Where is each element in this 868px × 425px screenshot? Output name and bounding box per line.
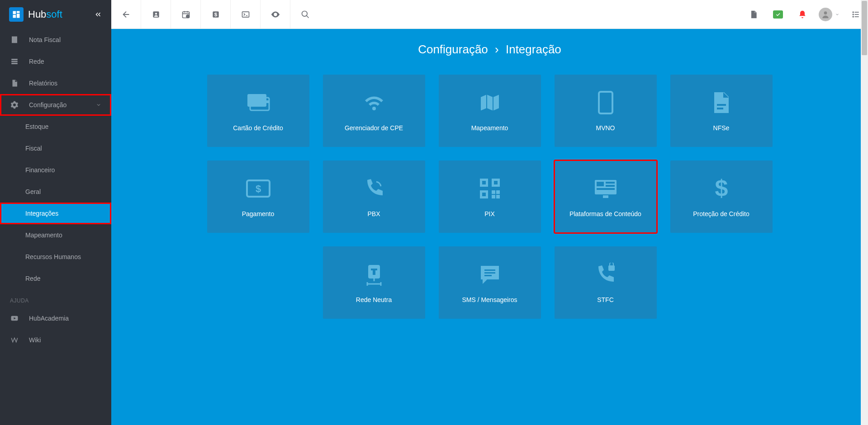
svg-rect-44 <box>373 269 375 275</box>
svg-rect-19 <box>250 100 269 103</box>
svg-rect-28 <box>492 190 495 194</box>
tile-pix[interactable]: PIX <box>439 161 541 233</box>
svg-point-12 <box>302 11 308 16</box>
sidebar-item-relatorios[interactable]: Relatórios <box>0 72 111 94</box>
tile-pagamento[interactable]: $ Pagamento <box>207 161 309 233</box>
network-icon <box>10 57 19 66</box>
sidebar-sub-financeiro[interactable]: Financeiro <box>0 159 111 181</box>
sidebar-nav: Nota Fiscal Rede Relatórios Configuração… <box>0 29 111 425</box>
tile-mapeamento[interactable]: Mapeamento <box>439 75 541 147</box>
topbar-status-button[interactable] <box>766 0 790 29</box>
avatar-icon <box>819 8 832 21</box>
svg-rect-32 <box>482 181 486 184</box>
file-icon <box>10 79 19 87</box>
svg-text:$: $ <box>214 11 217 17</box>
topbar-user-menu[interactable] <box>815 0 844 29</box>
sidebar-item-rede[interactable]: Rede <box>0 51 111 72</box>
sidebar-item-label: Relatórios <box>29 80 57 87</box>
tile-plataformas-conteudo[interactable]: Plataformas de Conteúdo <box>555 161 657 233</box>
sidebar-sub-rede[interactable]: Rede <box>0 268 111 289</box>
svg-text:$: $ <box>715 176 728 201</box>
sidebar-sub-estoque[interactable]: Estoque <box>0 116 111 137</box>
topbar-pdf-button[interactable] <box>741 0 766 29</box>
server-icon <box>363 262 385 287</box>
tile-gerenciador-cpe[interactable]: Gerenciador de CPE <box>323 75 425 147</box>
tile-rede-neutra[interactable]: Rede Neutra <box>323 246 425 319</box>
logo-bar: Hubsoft <box>0 0 111 29</box>
tile-stfc[interactable]: STFC <box>555 246 657 319</box>
topbar-notifications-button[interactable] <box>790 0 815 29</box>
sidebar-sub-mapeamento[interactable]: Mapeamento <box>0 224 111 246</box>
svg-rect-2 <box>11 63 18 64</box>
receipt-icon <box>10 36 19 44</box>
check-badge-icon <box>773 10 783 19</box>
sidebar-item-label: Rede <box>29 58 44 65</box>
sidebar-sub-integracoes[interactable]: Integrações <box>0 203 111 224</box>
call-icon <box>363 176 385 201</box>
svg-rect-20 <box>599 92 612 113</box>
svg-rect-37 <box>597 182 604 186</box>
svg-rect-38 <box>606 182 615 184</box>
wifi-icon <box>360 90 388 115</box>
qr-icon <box>478 176 502 201</box>
tile-sms-mensageiros[interactable]: SMS / Mensageiros <box>439 246 541 319</box>
phone-icon <box>597 90 614 115</box>
svg-point-7 <box>186 14 189 18</box>
tile-pbx[interactable]: PBX <box>323 161 425 233</box>
payment-icon: $ <box>245 176 271 201</box>
svg-rect-39 <box>606 185 615 187</box>
svg-text:$: $ <box>255 183 261 194</box>
tile-nfse[interactable]: NFSe <box>670 75 773 147</box>
tile-grid: Cartão de Crédito Gerenciador de CPE Map… <box>207 75 773 319</box>
logo-icon <box>9 7 24 22</box>
sidebar-sub-geral[interactable]: Geral <box>0 181 111 203</box>
sidebar-section-ajuda: AJUDA <box>0 289 111 307</box>
tile-cartao-de-credito[interactable]: Cartão de Crédito <box>207 75 309 147</box>
svg-point-5 <box>155 13 157 14</box>
sidebar-item-hubacademia[interactable]: HubAcademia <box>0 307 111 329</box>
tile-mvno[interactable]: MVNO <box>555 75 657 147</box>
sidebar-item-configuracao[interactable]: Configuração <box>0 94 111 116</box>
svg-rect-48 <box>608 265 615 271</box>
svg-rect-29 <box>496 195 500 198</box>
topbar-search-button[interactable] <box>290 0 320 29</box>
sidebar-item-wiki[interactable]: Wiki <box>0 329 111 351</box>
dollar-icon: $ <box>713 176 730 201</box>
svg-rect-21 <box>717 104 726 106</box>
map-icon <box>478 90 502 115</box>
doc-icon <box>711 90 731 115</box>
breadcrumb: Configuração › Integração <box>129 42 850 57</box>
svg-rect-31 <box>496 190 500 194</box>
svg-rect-0 <box>11 59 18 60</box>
topbar-calendar-button[interactable] <box>171 0 201 29</box>
svg-rect-34 <box>482 193 486 196</box>
topbar-right <box>741 0 868 29</box>
sidebar-collapse-button[interactable] <box>94 10 102 19</box>
tile-protecao-credito[interactable]: $ Proteção de Crédito <box>670 161 773 233</box>
scrollbar-thumb[interactable] <box>862 1 867 55</box>
topbar-terminal-button[interactable] <box>231 0 261 29</box>
main: $ Configuração › Integração <box>111 0 868 425</box>
phone-lock-icon <box>594 262 617 287</box>
svg-rect-46 <box>484 272 495 274</box>
svg-point-16 <box>853 16 854 17</box>
svg-rect-47 <box>484 275 492 276</box>
back-button[interactable] <box>111 0 141 29</box>
svg-rect-33 <box>494 181 498 184</box>
sidebar-sub-recursos-humanos[interactable]: Recursos Humanos <box>0 246 111 268</box>
sidebar-item-nota-fiscal[interactable]: Nota Fiscal <box>0 29 111 51</box>
sidebar-item-label: HubAcademia <box>29 315 69 322</box>
wiki-icon <box>10 336 19 344</box>
topbar-eye-button[interactable] <box>261 0 290 29</box>
chat-icon <box>478 262 502 287</box>
topbar-person-button[interactable] <box>141 0 171 29</box>
content-area: Configuração › Integração Cartão de Créd… <box>111 29 868 425</box>
sidebar-item-label: Wiki <box>29 336 41 344</box>
credit-card-icon <box>245 90 272 115</box>
sidebar-sub-fiscal[interactable]: Fiscal <box>0 137 111 159</box>
svg-point-14 <box>853 12 854 13</box>
topbar-money-button[interactable]: $ <box>201 0 231 29</box>
desktop-icon <box>592 176 619 201</box>
scrollbar[interactable] <box>861 0 868 425</box>
topbar: $ <box>111 0 868 29</box>
